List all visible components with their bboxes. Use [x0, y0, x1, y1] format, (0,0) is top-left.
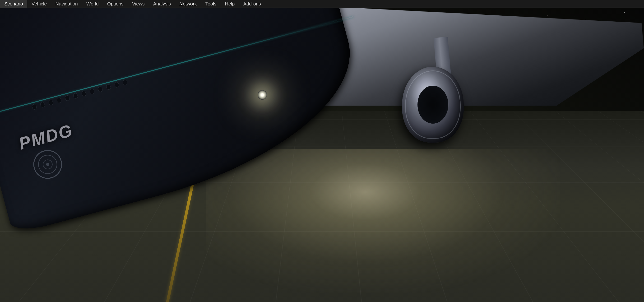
window [89, 88, 95, 95]
window [81, 90, 86, 97]
viewport: PMDG [0, 8, 644, 302]
window [56, 97, 62, 104]
menu-views[interactable]: Views [128, 0, 149, 8]
window [73, 93, 78, 99]
menu-world[interactable]: World [82, 0, 103, 8]
menu-navigation[interactable]: Navigation [51, 0, 82, 8]
menu-analysis[interactable]: Analysis [149, 0, 175, 8]
engine-nacelle [402, 67, 464, 142]
menu-network[interactable]: Network [175, 0, 201, 8]
menu-scenario[interactable]: Scenario [0, 0, 27, 8]
window [98, 86, 103, 92]
menu-tools[interactable]: Tools [201, 0, 221, 8]
svg-point-3 [46, 162, 50, 166]
menu-vehicle[interactable]: Vehicle [27, 0, 51, 8]
window [64, 95, 70, 101]
window [40, 102, 45, 108]
menu-addons[interactable]: Add-ons [239, 0, 265, 8]
menu-help[interactable]: Help [220, 0, 239, 8]
window [114, 82, 120, 88]
wing-light [258, 90, 267, 100]
engine-inner [418, 86, 448, 124]
scene-canvas: PMDG [0, 8, 644, 302]
engine-body [402, 67, 464, 142]
menu-options[interactable]: Options [103, 0, 128, 8]
menubar: Scenario Vehicle Navigation World Option… [0, 0, 644, 8]
window [48, 100, 53, 106]
window [122, 80, 128, 86]
window [106, 84, 111, 90]
light-bloom [206, 149, 560, 292]
